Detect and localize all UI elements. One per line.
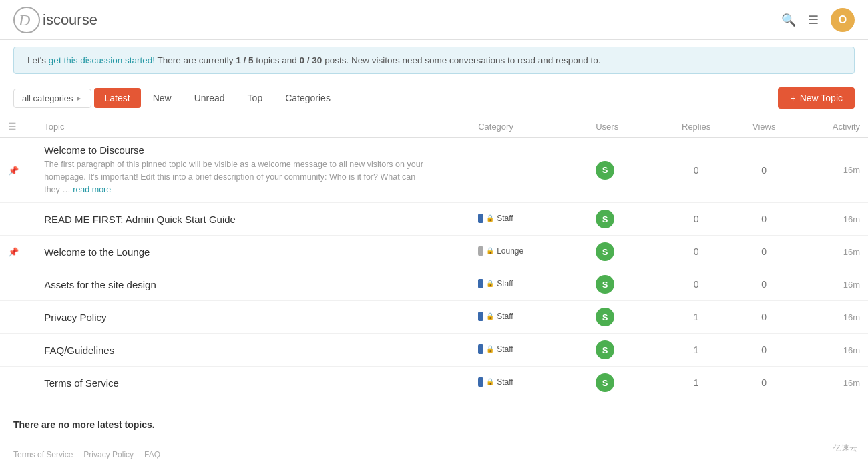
category-name: Staff [497, 214, 513, 223]
row-replies-cell: 1 [660, 334, 732, 367]
new-topic-button[interactable]: + New Topic [778, 87, 855, 109]
topic-title-link[interactable]: Welcome to the Lounge [44, 246, 150, 258]
footer-faq[interactable]: FAQ [144, 450, 160, 459]
row-users-cell: S [588, 367, 660, 399]
topic-title-link[interactable]: FAQ/Guidelines [44, 344, 114, 356]
logo[interactable]: D iscourse [13, 7, 97, 33]
topic-title-link[interactable]: Privacy Policy [44, 312, 106, 323]
row-category-cell: 🔒 Lounge [470, 236, 588, 268]
category-badge[interactable]: 🔒 Staff [478, 214, 513, 223]
row-category-cell: 🔒 Staff [470, 301, 588, 334]
table-row: 📌Welcome to DiscourseThe first paragraph… [0, 138, 868, 203]
watermark: 亿速云 [829, 441, 861, 455]
category-color-indicator [478, 246, 483, 256]
banner-prefix: Let's [27, 55, 49, 65]
category-badge[interactable]: 🔒 Staff [478, 344, 513, 354]
category-badge[interactable]: 🔒 Staff [478, 312, 513, 321]
row-activity-cell: 16m [796, 367, 868, 399]
topic-table: ☰ Topic Category Users Replies Views Act… [0, 116, 868, 399]
row-activity-cell: 16m [796, 203, 868, 236]
category-name: Staff [497, 312, 513, 321]
footer-privacy[interactable]: Privacy Policy [83, 450, 134, 459]
topic-user-avatar[interactable]: S [596, 242, 614, 261]
hamburger-icon[interactable]: ☰ [808, 13, 819, 27]
row-users-cell: S [588, 203, 660, 236]
topic-user-avatar[interactable]: S [596, 275, 614, 294]
row-topic-cell: Privacy Policy [36, 301, 470, 334]
pin-icon: 📌 [8, 166, 19, 176]
lock-icon: 🔒 [486, 345, 494, 353]
banner-link[interactable]: get this discussion started! [49, 55, 155, 65]
table-row: Terms of Service 🔒 Staff S1016m [0, 367, 868, 399]
row-replies-cell: 1 [660, 301, 732, 334]
list-icon: ☰ [8, 121, 17, 132]
row-activity-cell: 16m [796, 236, 868, 268]
table-row: READ ME FIRST: Admin Quick Start Guide 🔒… [0, 203, 868, 236]
row-topic-cell: Welcome to the Lounge [36, 236, 470, 268]
row-users-cell: S [588, 236, 660, 268]
table-row: Assets for the site design 🔒 Staff S0016… [0, 268, 868, 301]
row-replies-cell: 0 [660, 138, 732, 203]
search-icon[interactable]: 🔍 [781, 13, 796, 27]
header-actions: 🔍 ☰ O [781, 8, 855, 32]
row-activity-cell: 16m [796, 138, 868, 203]
category-badge[interactable]: 🔒 Staff [478, 279, 513, 288]
row-replies-cell: 0 [660, 203, 732, 236]
pin-icon: 📌 [8, 247, 19, 257]
read-more-link[interactable]: read more [73, 185, 111, 194]
topic-user-avatar[interactable]: S [596, 161, 614, 180]
row-views-cell: 0 [732, 138, 796, 203]
row-activity-cell: 16m [796, 301, 868, 334]
row-category-cell: 🔒 Staff [470, 367, 588, 399]
no-more-message: There are no more latest topics. [0, 406, 868, 443]
category-badge[interactable]: 🔒 Staff [478, 377, 513, 387]
row-users-cell: S [588, 334, 660, 367]
category-color-indicator [478, 344, 483, 354]
footer-terms[interactable]: Terms of Service [13, 450, 73, 459]
tab-categories[interactable]: Categories [274, 88, 341, 108]
tab-new[interactable]: New [142, 88, 182, 108]
row-icon-cell [0, 268, 36, 301]
lock-icon: 🔒 [486, 378, 494, 385]
user-avatar[interactable]: O [831, 8, 855, 32]
tab-top[interactable]: Top [237, 88, 274, 108]
row-replies-cell: 0 [660, 268, 732, 301]
th-icon: ☰ [0, 116, 36, 138]
th-category: Category [470, 116, 588, 138]
row-activity-cell: 16m [796, 268, 868, 301]
row-views-cell: 0 [732, 236, 796, 268]
logo-text: iscourse [43, 11, 97, 29]
topic-title-link[interactable]: Terms of Service [44, 377, 119, 389]
topic-user-avatar[interactable]: S [596, 340, 614, 359]
category-name: Staff [497, 377, 513, 387]
row-icon-cell [0, 367, 36, 399]
th-activity: Activity [796, 116, 868, 138]
row-users-cell: S [588, 301, 660, 334]
all-categories-label: all categories [22, 93, 73, 103]
tab-latest[interactable]: Latest [94, 88, 141, 108]
row-topic-cell: Assets for the site design [36, 268, 470, 301]
topic-user-avatar[interactable]: S [596, 308, 614, 326]
category-color-indicator [478, 279, 483, 288]
category-badge[interactable]: 🔒 Lounge [478, 246, 523, 256]
nav-bar: all categories ► Latest New Unread Top C… [0, 81, 868, 116]
row-activity-cell: 16m [796, 334, 868, 367]
category-name: Lounge [497, 246, 523, 256]
topic-title-link[interactable]: Assets for the site design [44, 279, 156, 290]
row-replies-cell: 1 [660, 367, 732, 399]
row-views-cell: 0 [732, 367, 796, 399]
topic-title-link[interactable]: Welcome to Discourse [44, 144, 144, 156]
all-categories-dropdown[interactable]: all categories ► [13, 89, 91, 108]
row-views-cell: 0 [732, 334, 796, 367]
row-icon-cell [0, 301, 36, 334]
row-icon-cell: 📌 [0, 138, 36, 203]
th-users: Users [588, 116, 660, 138]
topic-title-link[interactable]: READ ME FIRST: Admin Quick Start Guide [44, 214, 236, 225]
discourse-logo-icon: D [13, 7, 40, 33]
svg-text:D: D [18, 11, 30, 29]
tab-unread[interactable]: Unread [184, 88, 236, 108]
table-row: FAQ/Guidelines 🔒 Staff S1016m [0, 334, 868, 367]
topic-user-avatar[interactable]: S [596, 373, 614, 392]
topic-user-avatar[interactable]: S [596, 210, 614, 228]
category-name: Staff [497, 344, 513, 354]
